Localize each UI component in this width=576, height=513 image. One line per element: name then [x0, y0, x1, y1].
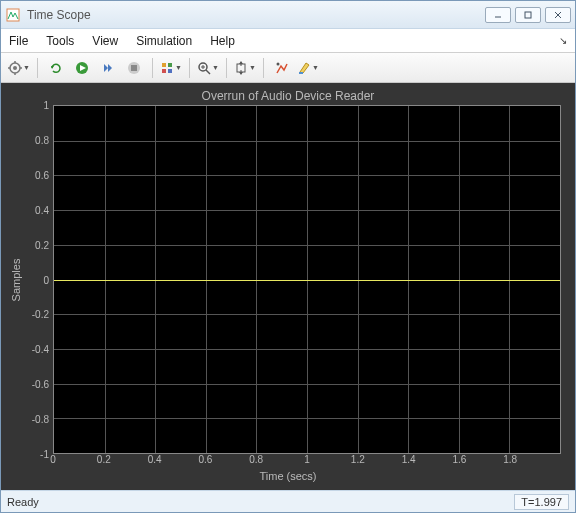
dropdown-arrow-icon: ▼: [212, 64, 219, 71]
svg-point-31: [277, 62, 280, 65]
stop-button[interactable]: [122, 56, 146, 80]
separator: [152, 58, 153, 78]
plot-body: Samples -1-0.8-0.6-0.4-0.200.20.40.60.81: [7, 105, 569, 454]
y-tick: 0: [43, 274, 49, 285]
triggers-button[interactable]: ▼: [159, 56, 183, 80]
x-tick: 0.6: [198, 454, 212, 465]
window-title: Time Scope: [27, 8, 485, 22]
plot-area: Overrun of Audio Device Reader Samples -…: [1, 83, 575, 490]
dropdown-arrow-icon: ▼: [312, 64, 319, 71]
x-tick: 0.8: [249, 454, 263, 465]
y-tick: -0.4: [32, 344, 49, 355]
dropdown-arrow-icon: ▼: [175, 64, 182, 71]
svg-marker-29: [239, 61, 243, 64]
x-tick: 1.4: [402, 454, 416, 465]
zoom-button[interactable]: ▼: [196, 56, 220, 80]
svg-rect-17: [131, 65, 137, 71]
close-button[interactable]: [545, 7, 571, 23]
y-tick: 0.8: [35, 134, 49, 145]
svg-rect-21: [168, 69, 172, 73]
minimize-button[interactable]: [485, 7, 511, 23]
separator: [189, 58, 190, 78]
x-axis-label: Time (secs): [7, 470, 569, 484]
statusbar: Ready T=1.997: [1, 490, 575, 512]
measurements-button[interactable]: [270, 56, 294, 80]
svg-marker-32: [300, 63, 309, 73]
x-tick: 1.8: [503, 454, 517, 465]
y-axis-ticks: -1-0.8-0.6-0.4-0.200.20.40.60.81: [25, 105, 53, 454]
autoscale-button[interactable]: ▼: [233, 56, 257, 80]
app-icon: [5, 7, 21, 23]
window-controls: [485, 7, 571, 23]
y-tick: 0.4: [35, 204, 49, 215]
svg-rect-0: [7, 9, 19, 21]
svg-point-6: [13, 66, 17, 70]
y-tick: -0.2: [32, 309, 49, 320]
x-tick: 0.4: [148, 454, 162, 465]
x-tick: 1.6: [452, 454, 466, 465]
maximize-button[interactable]: [515, 7, 541, 23]
x-tick: 0.2: [97, 454, 111, 465]
menu-file[interactable]: File: [9, 34, 28, 48]
menu-simulation[interactable]: Simulation: [136, 34, 192, 48]
signal-line: [54, 280, 560, 281]
x-tick: 1: [304, 454, 310, 465]
highlight-button[interactable]: ▼: [296, 56, 320, 80]
y-axis-label-wrap: Samples: [7, 105, 25, 454]
x-axis-ticks: 00.20.40.60.811.21.41.61.8: [53, 454, 561, 470]
status-text: Ready: [7, 496, 514, 508]
svg-rect-33: [299, 72, 303, 74]
menu-overflow-icon[interactable]: ↘: [559, 35, 567, 46]
menubar: File Tools View Simulation Help ↘: [1, 29, 575, 53]
svg-rect-19: [168, 63, 172, 67]
menu-tools[interactable]: Tools: [46, 34, 74, 48]
menu-view[interactable]: View: [92, 34, 118, 48]
settings-button[interactable]: ▼: [7, 56, 31, 80]
svg-rect-2: [525, 12, 531, 18]
y-tick: -0.6: [32, 379, 49, 390]
separator: [37, 58, 38, 78]
status-time: T=1.997: [514, 494, 569, 510]
menu-help[interactable]: Help: [210, 34, 235, 48]
dropdown-arrow-icon: ▼: [249, 64, 256, 71]
app-window: Time Scope File Tools View Simulation He…: [0, 0, 576, 513]
titlebar: Time Scope: [1, 1, 575, 29]
y-axis-label: Samples: [10, 258, 22, 301]
y-tick: -1: [40, 449, 49, 460]
svg-line-23: [206, 70, 210, 74]
y-tick: 0.6: [35, 169, 49, 180]
dropdown-arrow-icon: ▼: [23, 64, 30, 71]
svg-marker-14: [104, 64, 108, 72]
separator: [226, 58, 227, 78]
x-tick: 1.2: [351, 454, 365, 465]
chart-title: Overrun of Audio Device Reader: [7, 89, 569, 103]
restart-button[interactable]: [44, 56, 68, 80]
toolbar: ▼ ▼ ▼ ▼: [1, 53, 575, 83]
separator: [263, 58, 264, 78]
svg-rect-20: [162, 69, 166, 73]
svg-marker-30: [239, 72, 243, 75]
y-tick: 1: [43, 100, 49, 111]
y-tick: 0.2: [35, 239, 49, 250]
x-tick: 0: [50, 454, 56, 465]
y-tick: -0.8: [32, 414, 49, 425]
svg-rect-18: [162, 63, 166, 67]
svg-marker-15: [108, 64, 112, 72]
chart-canvas[interactable]: [53, 105, 561, 454]
run-button[interactable]: [70, 56, 94, 80]
step-button[interactable]: [96, 56, 120, 80]
